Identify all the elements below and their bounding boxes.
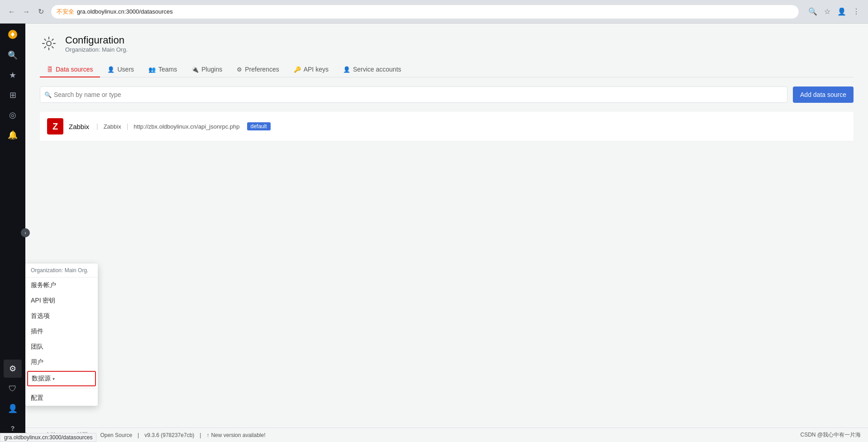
datasource-info: Zabbix | Zabbix | http://zbx.oldboylinux… xyxy=(69,122,846,130)
sidebar-item-configuration[interactable]: ⚙ xyxy=(4,360,22,378)
chevron-down-icon: ▾ xyxy=(52,376,55,381)
app-logo[interactable] xyxy=(5,27,20,42)
browser-actions: 🔍 ☆ 👤 ⋮ xyxy=(806,5,863,18)
context-menu-item-api-keys[interactable]: API 密钥 xyxy=(25,293,98,308)
bookmark-button[interactable]: ☆ xyxy=(821,5,834,18)
app-layout: › 🔍 ★ ⊞ ◎ 🔔 ⚙ 🛡 👤 ? Organization: Main O… xyxy=(0,24,868,442)
nav-buttons: ← → ↻ xyxy=(5,5,47,18)
sidebar: › 🔍 ★ ⊞ ◎ 🔔 ⚙ 🛡 👤 ? xyxy=(0,24,25,442)
footer-new-version[interactable]: ↑ New version available! xyxy=(206,432,265,438)
search-input[interactable] xyxy=(40,86,787,103)
configuration-icon xyxy=(40,34,58,53)
context-menu: Organization: Main Org. 服务帐户 API 密钥 首选项 … xyxy=(25,264,98,406)
datasource-list: Z Zabbix | Zabbix | http://zbx.oldboylin… xyxy=(40,112,854,141)
footer: 📄 文档 | ⊕ 支持 | 👥 社区 | Open Source | v9.3.… xyxy=(0,428,868,442)
sidebar-item-explore[interactable]: ◎ xyxy=(4,106,22,124)
tab-plugins[interactable]: 🔌 Plugins xyxy=(184,62,229,77)
page-header-text: Configuration Organization: Main Org. xyxy=(65,34,128,53)
plugins-icon: 🔌 xyxy=(191,66,199,73)
context-menu-item-service-accounts[interactable]: 服务帐户 xyxy=(25,278,98,293)
url-text: gra.oldboylinux.cn:3000/datasources xyxy=(77,8,173,15)
tab-api-keys[interactable]: 🔑 API keys xyxy=(286,62,336,77)
profile-button[interactable]: 👤 xyxy=(835,5,848,18)
default-badge: default xyxy=(247,122,271,130)
tab-service-accounts-label: Service accounts xyxy=(353,66,401,73)
page-title: Configuration xyxy=(65,34,128,46)
separator-2: | xyxy=(127,123,129,130)
add-data-source-button[interactable]: Add data source xyxy=(793,86,854,103)
back-button[interactable]: ← xyxy=(5,5,18,18)
footer-version: v9.3.6 (978237e7cb) xyxy=(144,432,194,438)
tab-api-keys-label: API keys xyxy=(304,66,329,73)
data-sources-icon: 🗄 xyxy=(47,66,53,73)
datasource-url: http://zbx.oldboylinux.cn/api_jsonrpc.ph… xyxy=(134,123,239,130)
table-row[interactable]: Z Zabbix | Zabbix | http://zbx.oldboylin… xyxy=(40,112,854,141)
preferences-icon: ⚙ xyxy=(237,66,242,73)
footer-separator-5: | xyxy=(200,432,201,438)
sidebar-item-profile[interactable]: 👤 xyxy=(4,399,22,418)
context-menu-item-teams[interactable]: 团队 xyxy=(25,339,98,355)
context-menu-item-configuration[interactable]: 配置 xyxy=(25,390,98,406)
svg-point-1 xyxy=(47,41,51,46)
context-menu-item-users[interactable]: 用户 xyxy=(25,355,98,370)
reload-button[interactable]: ↻ xyxy=(34,5,47,18)
teams-icon: 👥 xyxy=(148,66,156,73)
context-menu-item-preferences[interactable]: 首选项 xyxy=(25,308,98,324)
context-menu-org: Organization: Main Org. xyxy=(25,264,98,278)
forward-button[interactable]: → xyxy=(20,5,33,18)
api-keys-icon: 🔑 xyxy=(294,66,301,73)
tab-users-label: Users xyxy=(117,66,134,73)
search-browser-button[interactable]: 🔍 xyxy=(806,5,819,18)
tab-preferences-label: Preferences xyxy=(245,66,279,73)
context-menu-item-datasources[interactable]: 数据源 ▾ xyxy=(27,371,96,386)
sidebar-item-dashboards[interactable]: ⊞ xyxy=(4,86,22,104)
sidebar-item-shield[interactable]: 🛡 xyxy=(4,380,22,398)
browser-url-bar: gra.oldboylinux.cn:3000/datasources xyxy=(0,433,96,442)
footer-new-version-label: New version available! xyxy=(211,432,265,438)
zabbix-logo: Z xyxy=(47,118,63,135)
sidebar-item-starred[interactable]: ★ xyxy=(4,66,22,84)
footer-open-source: Open Source xyxy=(100,432,132,438)
sidebar-item-search[interactable]: 🔍 xyxy=(4,46,22,64)
tab-teams[interactable]: 👥 Teams xyxy=(141,62,184,77)
address-bar[interactable]: 不安全 gra.oldboylinux.cn:3000/datasources xyxy=(51,5,799,19)
page-header: Configuration Organization: Main Org. xyxy=(40,34,854,53)
search-wrapper: 🔍 xyxy=(40,86,787,103)
context-menu-item-plugins[interactable]: 插件 xyxy=(25,324,98,339)
datasource-name: Zabbix xyxy=(69,123,89,130)
tab-teams-label: Teams xyxy=(158,66,177,73)
tab-data-sources[interactable]: 🗄 Data sources xyxy=(40,62,100,77)
search-icon: 🔍 xyxy=(44,91,52,98)
service-accounts-icon: 👤 xyxy=(343,66,350,73)
main-content: Configuration Organization: Main Org. 🗄 … xyxy=(25,24,868,442)
sidebar-toggle[interactable]: › xyxy=(21,228,30,237)
browser-chrome: ← → ↻ 不安全 gra.oldboylinux.cn:3000/dataso… xyxy=(0,0,868,24)
users-icon: 👤 xyxy=(107,66,114,73)
tab-service-accounts[interactable]: 👤 Service accounts xyxy=(336,62,409,77)
tab-plugins-label: Plugins xyxy=(201,66,222,73)
context-menu-separator xyxy=(25,388,98,389)
tabs-bar: 🗄 Data sources 👤 Users 👥 Teams 🔌 Plugins… xyxy=(40,62,854,77)
security-warning-icon: 不安全 xyxy=(57,8,74,16)
datasource-type: Zabbix xyxy=(104,123,121,130)
footer-right: CSDN @我心中有一片海 xyxy=(800,431,861,439)
page-subtitle: Organization: Main Org. xyxy=(65,46,128,53)
tab-users[interactable]: 👤 Users xyxy=(100,62,141,77)
tab-preferences[interactable]: ⚙ Preferences xyxy=(229,62,286,77)
footer-separator-4: | xyxy=(138,432,139,438)
tab-data-sources-label: Data sources xyxy=(56,66,93,73)
action-bar: 🔍 Add data source xyxy=(40,86,854,103)
sidebar-item-alerting[interactable]: 🔔 xyxy=(4,126,22,144)
new-version-icon: ↑ xyxy=(206,432,209,438)
separator-1: | xyxy=(96,123,98,130)
menu-button[interactable]: ⋮ xyxy=(850,5,863,18)
